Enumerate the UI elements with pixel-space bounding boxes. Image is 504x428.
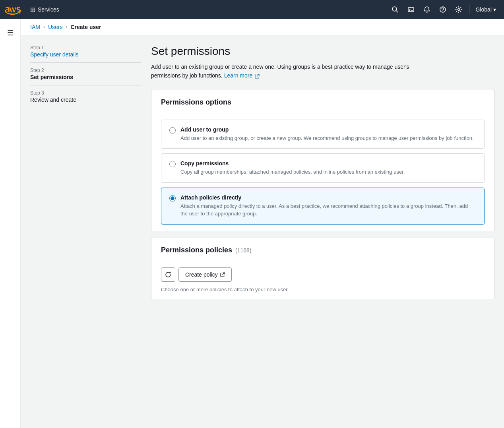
top-navigation: ⊞ Services Global ▾ (0, 0, 504, 19)
svg-point-6 (457, 9, 459, 11)
breadcrumb-current: Create user (70, 24, 101, 30)
attach-policies-title: Attach policies directly (180, 194, 476, 201)
permissions-options-title: Permissions options (161, 98, 485, 107)
step-1-name[interactable]: Specify user details (30, 51, 78, 58)
policies-description: Choose one or more policies to attach to… (161, 287, 485, 292)
breadcrumb-sep-1: › (43, 24, 45, 30)
copy-permissions-content: Copy permissions Copy all group membersh… (180, 160, 476, 176)
global-region-button[interactable]: Global ▾ (473, 5, 499, 14)
top-nav-right: Global ▾ (388, 2, 499, 17)
settings-icon[interactable] (452, 2, 466, 17)
nav-divider (469, 5, 469, 14)
permissions-options-card: Permissions options Add user to group Ad… (151, 90, 494, 231)
breadcrumb: IAM › Users › Create user (21, 19, 504, 35)
steps-sidebar: Step 1 Specify user details Step 2 Set p… (30, 45, 142, 299)
step-1-label: Step 1 (30, 45, 142, 50)
svg-line-1 (396, 11, 398, 13)
refresh-icon (165, 271, 171, 278)
services-label: Services (38, 6, 59, 13)
aws-logo[interactable] (5, 4, 21, 15)
external-link-icon (255, 74, 260, 79)
add-to-group-radio[interactable] (169, 127, 176, 134)
search-icon[interactable] (388, 2, 402, 17)
step-divider-2 (30, 85, 142, 85)
copy-permissions-desc: Copy all group memberships, attached man… (180, 168, 476, 176)
page-description: Add user to an existing group or create … (151, 62, 413, 80)
attach-policies-desc: Attach a managed policy directly to a us… (180, 202, 476, 218)
services-button[interactable]: ⊞ Services (27, 4, 62, 15)
help-icon[interactable] (436, 2, 450, 17)
content-layout: Step 1 Specify user details Step 2 Set p… (21, 35, 504, 309)
breadcrumb-users[interactable]: Users (48, 24, 63, 30)
step-2-label: Step 2 (30, 68, 142, 73)
step-3-label: Step 3 (30, 90, 142, 96)
permissions-policies-body: Create policy Choose one or more policie… (151, 261, 494, 299)
breadcrumb-iam[interactable]: IAM (30, 24, 40, 30)
attach-policies-content: Attach policies directly Attach a manage… (180, 194, 476, 218)
create-policy-label: Create policy (185, 271, 218, 278)
svg-rect-2 (408, 8, 414, 12)
step-divider-1 (30, 62, 142, 63)
attach-policies-radio[interactable] (169, 195, 176, 201)
menu-toggle-button[interactable]: ☰ (4, 25, 17, 41)
add-to-group-title: Add user to group (180, 126, 476, 133)
step-2: Step 2 Set permissions (30, 68, 142, 80)
step-2-name: Set permissions (30, 74, 142, 80)
step-3-name: Review and create (30, 97, 142, 103)
policies-count: (1168) (235, 247, 251, 254)
add-to-group-option[interactable]: Add user to group Add user to an existin… (161, 120, 485, 149)
cloudshell-icon[interactable] (404, 2, 418, 17)
create-policy-button[interactable]: Create policy (178, 267, 232, 282)
learn-more-link[interactable]: Learn more (224, 72, 253, 79)
create-policy-external-icon (220, 272, 225, 277)
copy-permissions-title: Copy permissions (180, 160, 476, 167)
page-layout: ☰ IAM › Users › Create user Step 1 Speci… (0, 19, 504, 428)
main-content: Set permissions Add user to an existing … (151, 45, 494, 299)
permissions-options-header: Permissions options (151, 90, 494, 113)
step-3: Step 3 Review and create (30, 90, 142, 103)
permissions-options-body: Add user to group Add user to an existin… (151, 113, 494, 231)
page-title: Set permissions (151, 45, 494, 58)
add-to-group-desc: Add user to an existing group, or create… (180, 134, 476, 142)
refresh-button[interactable] (161, 267, 175, 282)
copy-permissions-option[interactable]: Copy permissions Copy all group membersh… (161, 153, 485, 183)
attach-policies-option[interactable]: Attach policies directly Attach a manage… (161, 188, 485, 225)
policies-actions: Create policy (161, 267, 485, 282)
global-arrow: ▾ (493, 6, 496, 13)
policies-title-text: Permissions policies (161, 246, 232, 254)
copy-permissions-radio[interactable] (169, 161, 176, 167)
main-area: IAM › Users › Create user Step 1 Specify… (21, 19, 504, 428)
permissions-policies-header: Permissions policies (1168) (151, 238, 494, 261)
add-to-group-content: Add user to group Add user to an existin… (180, 126, 476, 142)
svg-point-5 (442, 12, 443, 12)
bell-icon[interactable] (420, 2, 434, 17)
global-label: Global (476, 6, 492, 13)
step-1: Step 1 Specify user details (30, 45, 142, 58)
sidebar-toggle: ☰ (0, 19, 21, 428)
permissions-policies-title: Permissions policies (1168) (161, 246, 485, 254)
permissions-policies-card: Permissions policies (1168) (151, 238, 494, 299)
breadcrumb-sep-2: › (66, 24, 67, 30)
